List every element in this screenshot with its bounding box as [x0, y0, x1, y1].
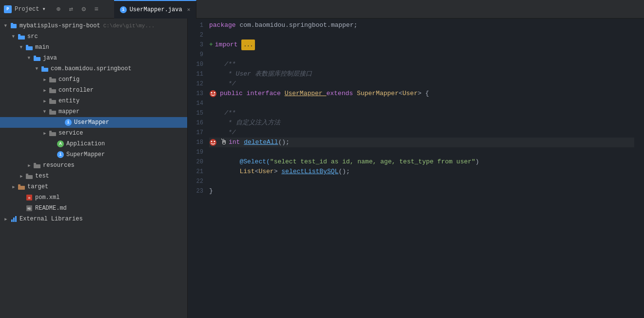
icon-application: A — [57, 140, 64, 148]
tab-usermapper[interactable]: i UserMapper.java ✕ — [114, 0, 197, 19]
gen-open: < — [255, 167, 259, 177]
action-sync[interactable]: ⇄ — [67, 5, 75, 13]
usermapper-info-icon: i — [65, 119, 72, 126]
sidebar-item-application[interactable]: ▶ A Application — [0, 139, 187, 149]
code-line-18: 🖱 int deleteAll (); — [209, 138, 634, 147]
bug-icon-18 — [209, 139, 217, 146]
svg-rect-21 — [34, 163, 36, 165]
ln-19: 19 — [188, 147, 203, 157]
svg-text:m: m — [28, 196, 30, 200]
svg-point-33 — [210, 139, 216, 146]
cls-supermapper: SuperMapper — [357, 89, 399, 99]
svg-rect-7 — [34, 56, 36, 58]
action-menu[interactable]: ≡ — [93, 5, 100, 13]
sidebar-item-controller[interactable]: ▶ controller — [0, 85, 187, 96]
anno-close: ) — [475, 157, 479, 167]
icon-config — [49, 76, 57, 83]
project-dropdown[interactable]: ▾ — [42, 5, 45, 13]
svg-point-30 — [210, 90, 216, 97]
ln-17: 17 — [188, 128, 203, 138]
sidebar-item-test[interactable]: ▶ test — [0, 171, 187, 181]
icon-target — [18, 183, 25, 191]
sidebar-item-src[interactable]: ▶ src — [0, 31, 187, 42]
sidebar-item-usermapper[interactable]: ▶ i UserMapper — [0, 117, 187, 128]
icon-extlibs — [10, 215, 18, 223]
sidebar-item-java[interactable]: ▶ java — [0, 53, 187, 63]
path-mybatisplus: C:\dev\git\my... — [103, 23, 155, 29]
code-editor[interactable]: 1 2 3 9 10 11 12 13 14 15 16 17 18 19 20… — [188, 19, 644, 318]
arrow-target: ▶ — [10, 183, 18, 191]
ln-9: 9 — [188, 50, 203, 60]
sidebar-item-resources[interactable]: ▶ resources — [0, 160, 187, 171]
code-line-20: @Select( "select test_id as id, name, ag… — [209, 157, 634, 167]
icon-pom: m — [25, 194, 33, 201]
mouse-cursor-icon: 🖱 — [220, 138, 228, 147]
arrow-main: ▶ — [18, 43, 25, 51]
action-add[interactable]: ⊕ — [55, 5, 62, 13]
label-service: service — [59, 130, 83, 137]
icon-controller — [49, 86, 57, 94]
label-mapper: mapper — [59, 108, 79, 115]
ln-11: 11 — [188, 69, 203, 79]
project-label: Project — [15, 6, 39, 13]
svg-rect-22 — [26, 175, 33, 179]
icon-service — [49, 129, 57, 137]
sidebar-item-mybatisplus[interactable]: ▶ mybatisplus-spring-boot C:\dev\git\my.… — [0, 20, 187, 31]
code-line-22 — [209, 177, 634, 186]
tab-close-icon[interactable]: ✕ — [187, 6, 191, 13]
title-bar-left: P Project ▾ ⊕ ⇄ ⚙ ≡ — [4, 5, 100, 13]
ln-23: 23 — [188, 186, 203, 196]
label-resources: resources — [43, 162, 75, 169]
svg-point-34 — [211, 141, 213, 142]
code-line-23: } — [209, 186, 634, 196]
arrow-extlibs: ▶ — [2, 215, 10, 223]
code-line-13: public interface UserMapper extends Supe… — [209, 89, 634, 99]
arrow-config: ▶ — [41, 76, 49, 83]
sidebar-item-package[interactable]: ▶ com.baomidou.springboot — [0, 63, 187, 74]
svg-rect-13 — [49, 88, 52, 90]
arrow-java: ▶ — [25, 54, 33, 62]
cls-user2: User — [258, 167, 273, 177]
sidebar-item-pom[interactable]: ▶ m pom.xml — [0, 192, 187, 203]
sidebar-item-target[interactable]: ▶ target — [0, 181, 187, 192]
sidebar-item-config[interactable]: ▶ config — [0, 74, 187, 85]
arrow-src: ▶ — [10, 33, 18, 40]
ln-20: 20 — [188, 157, 203, 167]
ln-10: 10 — [188, 60, 203, 69]
tab-label: UserMapper.java — [130, 6, 182, 13]
application-app-icon: A — [57, 140, 64, 147]
icon-java — [33, 54, 41, 62]
label-java: java — [43, 55, 57, 61]
sidebar-item-entity[interactable]: ▶ entity — [0, 96, 187, 106]
label-extlibs: External Libraries — [20, 216, 83, 222]
line-numbers: 1 2 3 9 10 11 12 13 14 15 16 17 18 19 20… — [188, 20, 209, 316]
anno-select: @Select( — [209, 157, 270, 167]
sidebar-item-mapper[interactable]: ▶ mapper — [0, 106, 187, 117]
ln-2: 2 — [188, 30, 203, 40]
code-line-19 — [209, 147, 634, 157]
arrow-test: ▶ — [18, 172, 25, 180]
main-layout: ▶ mybatisplus-spring-boot C:\dev\git\my.… — [0, 19, 644, 318]
ln-1: 1 — [188, 20, 203, 30]
ln-15: 15 — [188, 108, 203, 118]
icon-mybatisplus — [10, 22, 18, 30]
action-settings[interactable]: ⚙ — [80, 5, 88, 13]
sidebar-item-service[interactable]: ▶ service — [0, 128, 187, 139]
sidebar-item-extlibs[interactable]: ▶ External Libraries — [0, 214, 187, 224]
kw-package: package — [209, 20, 239, 30]
sidebar-item-readme[interactable]: ▶ MD README.md — [0, 203, 187, 214]
import-dots[interactable]: ... — [241, 40, 255, 50]
title-actions: ⊕ ⇄ ⚙ ≡ — [55, 5, 100, 13]
plus-marker: + — [209, 40, 213, 50]
cls-user: User — [403, 89, 418, 99]
code-line-14 — [209, 99, 634, 108]
sidebar[interactable]: ▶ mybatisplus-spring-boot C:\dev\git\my.… — [0, 19, 188, 318]
sidebar-item-main[interactable]: ▶ main — [0, 42, 187, 53]
svg-rect-1 — [11, 23, 13, 24]
sidebar-item-supermapper[interactable]: ▶ i SuperMapper — [0, 149, 187, 160]
icon-entity — [49, 97, 57, 105]
code-line-15: /** — [209, 108, 634, 118]
iface-usermapper: UserMapper — [285, 89, 327, 99]
cm-user-desc: * User 表数据库控制层接口 — [209, 69, 312, 79]
label-readme: README.md — [35, 205, 67, 212]
